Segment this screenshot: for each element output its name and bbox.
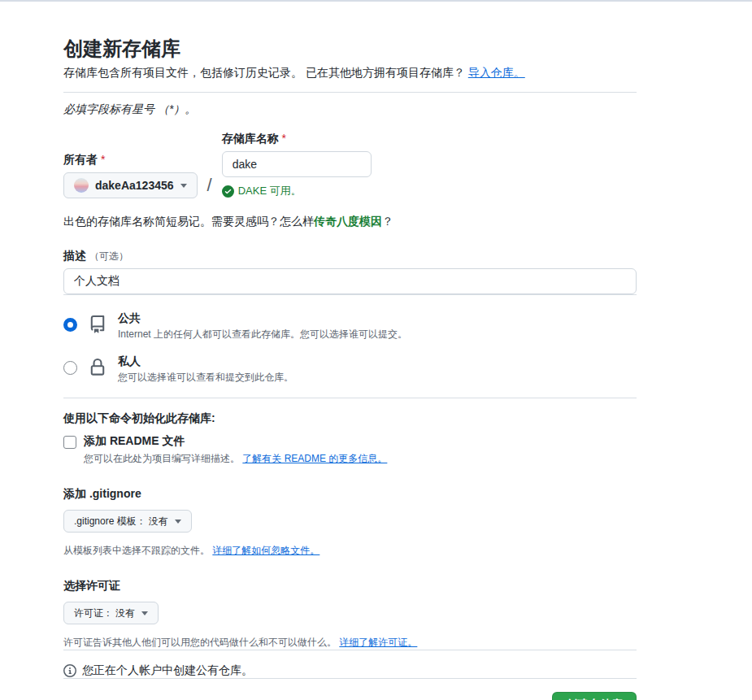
visibility-public-option[interactable]: 公共 Internet 上的任何人都可以查看此存储库。您可以选择谁可以提交。 bbox=[63, 311, 637, 341]
readme-learn-more-link[interactable]: 了解有关 README 的更多信息。 bbox=[242, 453, 387, 464]
gitignore-helper: 从模板列表中选择不跟踪的文件。 详细了解如何忽略文件。 bbox=[63, 544, 637, 558]
repo-name-label: 存储库名称 * bbox=[222, 132, 372, 146]
owner-label: 所有者 * bbox=[63, 153, 198, 167]
private-option-desc: 您可以选择谁可以查看和提交到此仓库。 bbox=[118, 371, 293, 385]
creation-notice: 您正在个人帐户中创建公有仓库。 bbox=[63, 663, 637, 678]
license-helper: 许可证告诉其他人他们可以用您的代码做什么和不可以做什么。 详细了解许可证。 bbox=[63, 636, 637, 650]
repo-name-input[interactable] bbox=[222, 151, 372, 177]
private-radio[interactable] bbox=[63, 361, 77, 375]
visibility-options: 公共 Internet 上的任何人都可以查看此存储库。您可以选择谁可以提交。 私… bbox=[63, 295, 637, 398]
divider-header bbox=[63, 92, 637, 93]
license-heading: 选择许可证 bbox=[63, 579, 637, 593]
owner-selected-name: dakeAa123456 bbox=[95, 179, 174, 192]
info-icon bbox=[63, 664, 76, 677]
public-radio[interactable] bbox=[63, 318, 77, 332]
readme-desc: 您可以在此处为项目编写详细描述。 了解有关 README 的更多信息。 bbox=[84, 452, 387, 466]
name-availability-status: DAKE 可用。 bbox=[222, 184, 372, 198]
license-learn-more-link[interactable]: 详细了解许可证。 bbox=[339, 637, 417, 648]
check-circle-icon bbox=[222, 185, 234, 198]
suggested-repo-name[interactable]: 传奇八度模因 bbox=[314, 215, 382, 228]
create-repository-button[interactable]: 创建存储库 bbox=[552, 692, 637, 700]
availability-text: DAKE 可用。 bbox=[238, 184, 302, 198]
repo-icon bbox=[89, 315, 106, 333]
owner-repo-separator: / bbox=[206, 175, 214, 198]
visibility-private-option[interactable]: 私人 您可以选择谁可以查看和提交到此仓库。 bbox=[63, 354, 637, 385]
subtitle-text: 存储库包含所有项目文件，包括修订历史记录。 已在其他地方拥有项目存储库？ bbox=[63, 66, 465, 79]
notice-text: 您正在个人帐户中创建公有仓库。 bbox=[82, 663, 253, 678]
init-section-heading: 使用以下命令初始化此存储库: bbox=[63, 411, 637, 426]
owner-repo-row: 所有者 * dakeAa123456 / 存储库名称 * DAKE 可用。 bbox=[63, 132, 637, 198]
lock-icon bbox=[89, 359, 106, 376]
public-option-title: 公共 bbox=[118, 311, 407, 326]
create-repo-form: 创建新存储库 存储库包含所有项目文件，包括修订历史记录。 已在其他地方拥有项目存… bbox=[0, 2, 752, 700]
divider-actions bbox=[63, 678, 637, 679]
required-fields-note: 必填字段标有星号 （*）。 bbox=[63, 102, 637, 117]
repo-required-star: * bbox=[282, 132, 286, 145]
description-field: 描述 （可选） bbox=[63, 249, 637, 294]
gitignore-heading: 添加 .gitignore bbox=[63, 487, 637, 502]
readme-label: 添加 README 文件 bbox=[84, 434, 387, 449]
gitignore-button-label: .gitignore 模板： 没有 bbox=[74, 515, 168, 528]
public-option-desc: Internet 上的任何人都可以查看此存储库。您可以选择谁可以提交。 bbox=[118, 328, 407, 341]
license-select-button[interactable]: 许可证： 没有 bbox=[63, 602, 159, 624]
chevron-down-icon bbox=[175, 520, 181, 524]
form-actions: 创建存储库 bbox=[63, 692, 637, 700]
chevron-down-icon bbox=[180, 184, 187, 188]
import-repo-link[interactable]: 导入仓库。 bbox=[468, 66, 525, 79]
owner-required-star: * bbox=[101, 153, 105, 166]
license-button-label: 许可证： 没有 bbox=[74, 607, 135, 620]
gitignore-learn-more-link[interactable]: 详细了解如何忽略文件。 bbox=[212, 545, 319, 556]
private-option-title: 私人 bbox=[118, 354, 293, 369]
description-label: 描述 （可选） bbox=[63, 249, 637, 263]
readme-option[interactable]: 添加 README 文件 您可以在此处为项目编写详细描述。 了解有关 READM… bbox=[63, 434, 637, 466]
description-optional-tag: （可选） bbox=[89, 250, 128, 262]
page-subtitle: 存储库包含所有项目文件，包括修订历史记录。 已在其他地方拥有项目存储库？ 导入仓… bbox=[63, 66, 637, 80]
owner-select-button[interactable]: dakeAa123456 bbox=[63, 172, 198, 198]
chevron-down-icon bbox=[141, 611, 148, 615]
gitignore-template-button[interactable]: .gitignore 模板： 没有 bbox=[63, 510, 192, 533]
page-title: 创建新存储库 bbox=[63, 36, 637, 61]
owner-avatar bbox=[74, 178, 89, 193]
divider-init bbox=[63, 398, 637, 398]
divider-notice bbox=[63, 650, 637, 650]
name-hint: 出色的存储库名称简短易记。需要灵感吗？怎么样传奇八度模因？ bbox=[63, 215, 637, 229]
description-input[interactable] bbox=[63, 268, 637, 294]
readme-checkbox[interactable] bbox=[63, 436, 76, 449]
